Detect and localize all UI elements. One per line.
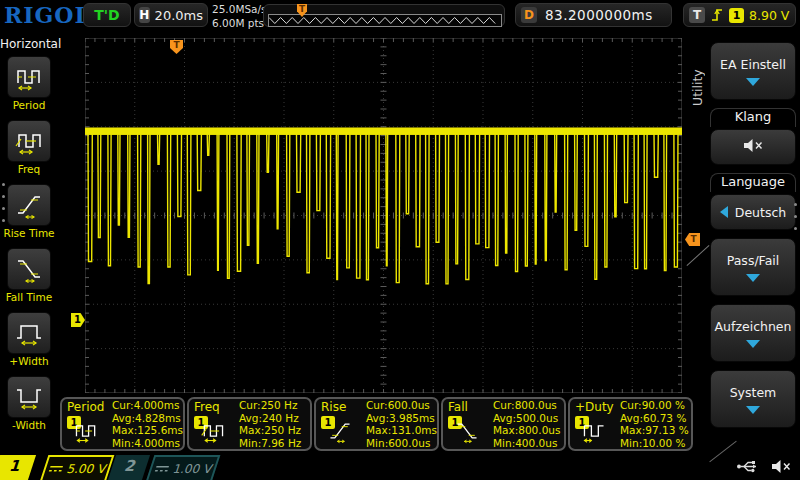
measurement--duty: +Duty1Cur:90.00 %Avg:60.73 %Max:97.13 %M… (568, 397, 693, 451)
stat-label: Cur: (493, 399, 515, 411)
speaker-muted-icon (742, 138, 764, 156)
channel2-badge[interactable]: 2 (108, 455, 150, 480)
stat-value: 600.0us (388, 437, 430, 449)
menu-item-fall-time[interactable]: Fall Time (0, 248, 58, 312)
horizontal-h-icon: H (139, 7, 150, 23)
dc-coupling-icon (152, 463, 172, 474)
stat-row: Max:800.0us (493, 424, 560, 437)
stat-value: 10.00 % (642, 437, 685, 449)
menu-item--width[interactable]: -Width (0, 376, 58, 440)
chevron-down-icon (746, 274, 760, 282)
waveform-display[interactable] (85, 38, 682, 393)
stat-label: Min: (493, 437, 515, 449)
stat-row: Avg:500.0us (493, 412, 560, 425)
chevron-left-icon (720, 206, 728, 218)
stat-row: Cur:90.00 % (620, 399, 689, 412)
channel1-waveform (85, 38, 682, 393)
trigger-level-marker[interactable]: T (685, 233, 700, 246)
softkey-klang[interactable]: Klang (710, 108, 796, 165)
horizontal-timebase-box[interactable]: H 20.0ms (134, 3, 208, 27)
trigger-source-badge: 1 (729, 8, 744, 23)
fall-icon[interactable] (7, 248, 51, 290)
softkey-label: Pass/Fail (727, 253, 780, 268)
stat-value: 4.000ms (134, 437, 180, 449)
stat-value: 125.6ms (137, 424, 183, 436)
measurement-stats: Cur:600.0usAvg:3.985msMax:131.0msMin:600… (366, 399, 437, 449)
stat-value: 7.96 Hz (261, 437, 301, 449)
softkey-label: Klang (710, 108, 796, 127)
menu-item-freq[interactable]: Freq (0, 120, 58, 184)
stat-row: Min:7.96 Hz (239, 437, 301, 450)
rise-icon[interactable] (7, 184, 51, 226)
stat-label: Avg: (112, 412, 135, 424)
softkey-pass-fail[interactable]: Pass/Fail (710, 238, 796, 296)
stat-row: Cur:250 Hz (239, 399, 301, 412)
period-icon[interactable] (7, 56, 51, 98)
softkey-aufzeichnen[interactable]: Aufzeichnen (710, 304, 796, 362)
softkey-label: EA Einstell (720, 57, 786, 72)
right-menu-items: EA EinstellKlangLanguageDeutschPass/Fail… (710, 42, 796, 436)
menu-item--width[interactable]: +Width (0, 312, 58, 376)
chevron-down-icon (746, 340, 760, 348)
measurement-stats: Cur:90.00 %Avg:60.73 %Max:97.13 %Min:10.… (620, 399, 689, 449)
freq-icon (195, 418, 231, 448)
menu-item-period[interactable]: Period (0, 56, 58, 120)
freq-icon[interactable] (7, 120, 51, 162)
stat-label: Min: (620, 437, 642, 449)
stat-label: Min: (112, 437, 134, 449)
oscilloscope-screen: RIGOL T'D H 20.0ms 25.0MSa/s 6.00M pts T… (0, 0, 800, 480)
channel1-scale: 5.00 V (65, 462, 108, 476)
channel2-scale-box[interactable]: 1.00 V (146, 455, 221, 480)
menu-item-rise-time[interactable]: Rise Time (0, 184, 58, 248)
softkey-system[interactable]: System (710, 370, 796, 428)
measurement-stats: Cur:250 HzAvg:240 HzMax:250 HzMin:7.96 H… (239, 399, 301, 449)
stat-value: 250 Hz (261, 399, 298, 411)
trigger-delay-box[interactable]: D 83.2000000ms (515, 3, 672, 27)
softkey-ea-einstell[interactable]: EA Einstell (710, 42, 796, 100)
nwidth-icon[interactable] (7, 376, 51, 418)
channel1-badge[interactable]: 1 (0, 455, 36, 480)
rise-icon (322, 418, 358, 448)
trigger-settings-box[interactable]: T 1 8.90 V (683, 3, 796, 27)
utility-tab-edge (687, 245, 710, 266)
stat-row: Cur:800.0us (493, 399, 560, 412)
menu-item-label: -Width (12, 419, 46, 431)
stat-label: Avg: (620, 412, 643, 424)
stat-row: Max:125.6ms (112, 424, 183, 437)
chevron-down-icon (746, 406, 760, 414)
stat-label: Max: (112, 424, 137, 436)
trigger-level-value: 8.90 V (749, 8, 789, 23)
menu-item-label: +Width (9, 355, 48, 367)
stat-label: Min: (239, 437, 261, 449)
softkey-language[interactable]: LanguageDeutsch (710, 173, 796, 230)
measurement-name: Period (67, 400, 104, 414)
fall-icon (449, 418, 485, 448)
measurement-name: Fall (448, 400, 468, 414)
pwidth-icon[interactable] (7, 312, 51, 354)
stat-value: 97.13 % (645, 424, 688, 436)
waveform-preview-bar[interactable]: T (263, 4, 505, 27)
stat-row: Min:600.0us (366, 437, 437, 450)
corner-divider (709, 441, 736, 463)
stat-value: 4.000ms (134, 399, 180, 411)
trigger-status-badge: T'D (83, 3, 131, 27)
right-menu-page-dots (794, 203, 797, 230)
stat-label: Avg: (239, 412, 262, 424)
memory-depth: 6.00M pts (212, 16, 267, 30)
stat-value: 4.828ms (135, 412, 181, 424)
acquisition-info: 25.0MSa/s 6.00M pts (212, 2, 267, 30)
channel1-scale-box[interactable]: 5.00 V (40, 455, 115, 480)
trigger-label: T (689, 7, 705, 23)
stat-row: Max:131.0ms (366, 424, 437, 437)
channel1-level-marker[interactable]: 1 (71, 313, 85, 327)
dc-coupling-icon (46, 463, 66, 474)
softkey-klang-button[interactable] (710, 129, 796, 165)
menu-item-label: Fall Time (6, 291, 52, 303)
stat-row: Avg:4.828ms (112, 412, 183, 425)
stat-value: 90.00 % (642, 399, 685, 411)
measurement-period: Period1Cur:4.000msAvg:4.828msMax:125.6ms… (60, 397, 185, 451)
softkey-language-button[interactable]: Deutsch (710, 194, 796, 230)
stat-label: Max: (366, 424, 391, 436)
menu-item-label: Freq (18, 163, 41, 175)
stat-row: Min:10.00 % (620, 437, 689, 450)
